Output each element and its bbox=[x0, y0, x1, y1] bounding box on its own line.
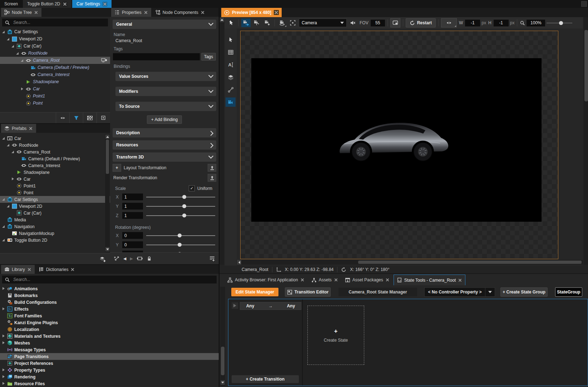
collapse-arrow-icon[interactable] bbox=[20, 59, 24, 62]
fov-input[interactable]: 55 bbox=[371, 20, 385, 26]
collapse-arrow-icon[interactable] bbox=[1, 225, 5, 228]
tree-item-car[interactable]: Car bbox=[0, 135, 110, 142]
height-input[interactable]: -1 bbox=[494, 20, 509, 26]
tags-button[interactable]: Tags bbox=[201, 53, 216, 61]
close-tab-icon[interactable] bbox=[27, 267, 31, 272]
tree-item-camera-interest[interactable]: Camera_Interest bbox=[0, 162, 110, 169]
tree-item-rootnode[interactable]: RootNode bbox=[0, 142, 110, 149]
expand-arrow-icon[interactable] bbox=[1, 334, 5, 338]
tree-item-navigationmockup[interactable]: NavigationMockup bbox=[0, 230, 110, 237]
tree-item-resource-files[interactable]: Resource Files bbox=[0, 380, 219, 387]
fly-camera-button[interactable] bbox=[241, 19, 251, 27]
rotation-x-input[interactable]: 0 bbox=[122, 232, 143, 239]
create-prefab-button[interactable] bbox=[95, 253, 110, 265]
section-modifiers[interactable]: Modifiers bbox=[115, 87, 216, 96]
expand-arrow-icon[interactable] bbox=[1, 382, 5, 386]
tree-item-car-car[interactable]: Car (Car) bbox=[0, 210, 110, 216]
tree-item-rendering[interactable]: Rendering bbox=[0, 373, 219, 380]
rotation-y-input[interactable]: 0 bbox=[122, 241, 143, 248]
render-area[interactable] bbox=[251, 58, 542, 222]
collapse-arrow-icon[interactable] bbox=[15, 51, 19, 55]
transition-editor-button[interactable]: Transition Editor bbox=[285, 287, 331, 297]
add-binding-button[interactable]: + Add Binding bbox=[147, 115, 182, 124]
scale-z-slider[interactable] bbox=[146, 213, 215, 218]
grid-overlay-button[interactable] bbox=[83, 112, 97, 123]
rotation-x-slider[interactable] bbox=[146, 233, 215, 238]
create-transition-button[interactable]: + Create Transition bbox=[232, 375, 299, 383]
tree-item-media[interactable]: Media bbox=[0, 216, 110, 223]
search-input[interactable] bbox=[13, 20, 105, 25]
tree-item-rootnode[interactable]: RootNode bbox=[0, 50, 110, 57]
close-tab-icon[interactable] bbox=[458, 278, 462, 282]
close-tab-icon[interactable] bbox=[201, 10, 205, 15]
text-tool-button[interactable]: A bbox=[226, 60, 236, 69]
collapse-arrow-icon[interactable] bbox=[6, 143, 10, 147]
section-transform-3d[interactable]: Transform 3D bbox=[113, 152, 216, 162]
expand-arrow-icon[interactable] bbox=[1, 368, 5, 372]
close-tab-icon[interactable] bbox=[300, 278, 305, 282]
add-property-icon[interactable] bbox=[209, 256, 215, 262]
tab-assets[interactable]: Assets bbox=[308, 275, 341, 285]
expand-arrow-icon[interactable] bbox=[1, 375, 5, 379]
scale-y-input[interactable]: 1 bbox=[122, 203, 143, 210]
tree-item-bookmarks[interactable]: Bookmarks bbox=[0, 292, 219, 299]
show-hidden-button[interactable] bbox=[56, 112, 69, 123]
tree-item-camera-root[interactable]: Camera_Root bbox=[0, 149, 110, 155]
zoom-slider[interactable] bbox=[547, 20, 572, 26]
connection-tool-button[interactable] bbox=[226, 85, 236, 94]
visibility-options-button[interactable] bbox=[441, 18, 457, 27]
create-state-button[interactable]: + Create State bbox=[307, 306, 364, 365]
tab-node-tree[interactable]: Node Tree bbox=[1, 8, 41, 17]
isolate-button[interactable] bbox=[97, 112, 110, 123]
tree-item-shadowplane[interactable]: Shadowplane bbox=[0, 169, 110, 176]
tree-item-meshes[interactable]: Meshes bbox=[0, 340, 219, 346]
edit-state-manager-button[interactable]: Edit State Manager bbox=[231, 288, 278, 296]
tree-item-camera-default-preview[interactable]: Camera (Default / Preview) bbox=[0, 64, 110, 71]
add-layout-transformation-button[interactable]: + bbox=[113, 164, 121, 172]
tree-item-build-configurations[interactable]: Build Configurations bbox=[0, 299, 219, 306]
device-preview-button[interactable] bbox=[390, 18, 400, 27]
close-icon[interactable] bbox=[274, 10, 279, 15]
history-back-button[interactable]: ◀ bbox=[123, 256, 126, 261]
grid-tool-button[interactable] bbox=[226, 47, 236, 57]
tree-item-project-references[interactable]: Project References bbox=[0, 360, 219, 367]
expand-arrow-icon[interactable] bbox=[1, 287, 5, 291]
create-state-group-button[interactable]: + Create State Group bbox=[500, 287, 548, 297]
tab-asset-packages[interactable]: Asset Packages bbox=[342, 275, 392, 285]
restart-button[interactable]: Restart bbox=[406, 18, 436, 27]
state-group-template[interactable]: StateGroup bbox=[555, 287, 582, 297]
close-tab-icon[interactable] bbox=[385, 278, 390, 282]
expand-arrow-icon[interactable] bbox=[20, 87, 24, 91]
collapse-arrow-icon[interactable] bbox=[11, 44, 15, 48]
preview-vertical-scrollbar[interactable] bbox=[584, 17, 588, 265]
section-general[interactable]: General bbox=[113, 20, 216, 29]
app-tab-screen[interactable]: Screen bbox=[0, 0, 22, 8]
tree-item-toggle-button-2d[interactable]: Toggle Button 2D bbox=[0, 237, 110, 243]
tab-properties[interactable]: Properties bbox=[111, 8, 151, 17]
close-tab-icon[interactable] bbox=[103, 2, 107, 6]
preview-horizontal-scrollbar[interactable] bbox=[237, 260, 583, 265]
push-render-transformation-button[interactable] bbox=[208, 174, 216, 182]
name-value[interactable]: Camera_Root bbox=[114, 38, 215, 43]
frame-selection-button[interactable] bbox=[288, 19, 297, 27]
collapse-arrow-icon[interactable] bbox=[1, 30, 5, 34]
library-search[interactable] bbox=[2, 276, 217, 283]
close-tab-icon[interactable] bbox=[70, 267, 75, 272]
collapse-arrow-icon[interactable] bbox=[1, 238, 5, 242]
tab-dictionaries[interactable]: Dictionaries bbox=[35, 265, 78, 274]
tree-item-viewport-2d[interactable]: Viewport 2D bbox=[0, 203, 110, 210]
tree-item-car-settings[interactable]: Car Settings bbox=[0, 28, 110, 35]
state-panel-scrollbar[interactable] bbox=[220, 287, 225, 386]
lock-icon[interactable] bbox=[147, 256, 152, 261]
controller-property-select[interactable]: < No Controller Property > bbox=[424, 287, 495, 297]
expand-arrow-icon[interactable] bbox=[11, 177, 15, 181]
tree-item-animations[interactable]: Animations bbox=[0, 285, 219, 292]
rotation-y-slider[interactable] bbox=[146, 242, 215, 247]
expand-arrow-icon[interactable] bbox=[1, 307, 5, 311]
tree-item-point1[interactable]: Point1 bbox=[0, 182, 110, 189]
push-layout-transformation-button[interactable] bbox=[208, 164, 216, 172]
tree-item-viewport-2d[interactable]: Viewport 2D bbox=[0, 35, 110, 42]
close-tab-icon[interactable] bbox=[63, 2, 67, 6]
tab-preview[interactable]: Preview [854 x 480] bbox=[221, 8, 282, 17]
preview-viewport[interactable] bbox=[240, 31, 558, 259]
